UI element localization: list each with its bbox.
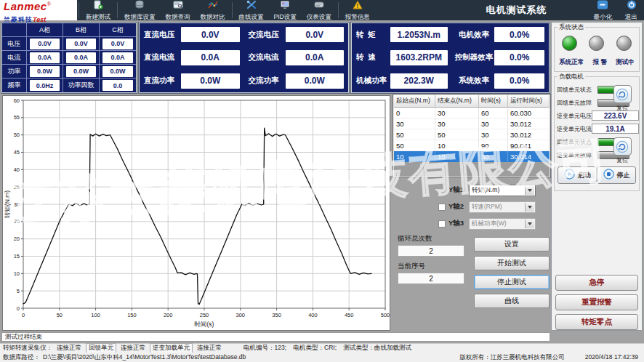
svg-text:450: 450: [345, 312, 354, 318]
current-index-label: 当前序号: [398, 262, 467, 271]
motor-info: 电机编号：123; 电机类型：CRI; 测试类型：曲线加载测试: [243, 344, 411, 353]
start-test-button[interactable]: 开始测试: [474, 256, 550, 270]
torque-label: 转 矩: [356, 30, 390, 40]
toolbar-button-label: 报警信息: [345, 13, 370, 22]
database-settings-button[interactable]: 数据库设置: [119, 0, 161, 20]
system-ok-label: 系统正常: [559, 58, 584, 67]
minimize-label: 最小化: [594, 13, 613, 22]
meter-settings-button[interactable]: 仪表设置: [302, 0, 337, 20]
testing-label: 测试中: [616, 58, 635, 67]
refresh-icon: [613, 85, 632, 103]
cycle-total-field[interactable]: 2: [398, 245, 464, 257]
phase-row-label: 功率: [2, 65, 27, 79]
exit-button[interactable]: 退出: [619, 0, 644, 20]
table-row[interactable]: 50109090.041: [394, 140, 550, 151]
svg-text:200: 200: [164, 312, 173, 318]
dc-current-value: 0.0A: [181, 50, 239, 65]
reset-button-1[interactable]: 复位: [608, 85, 636, 112]
minimize-button[interactable]: 最小化: [587, 0, 619, 20]
reset-alarm-button[interactable]: 重置报警: [555, 294, 638, 310]
data-query-button[interactable]: 数据查询: [161, 0, 196, 20]
torque-measure-panel: 转 矩 1.2053N.m 电机效率 0.0% 转 速 1603.2RPM 控制…: [351, 23, 550, 93]
phase-power-c: 0.0W: [102, 66, 133, 77]
svg-text:350: 350: [272, 312, 281, 318]
toolbar-button-label: 新建测试: [86, 13, 110, 22]
toolbar-separator: [117, 2, 118, 18]
speed-value: 1603.2RPM: [390, 50, 447, 65]
system-efficiency-label: 系统效率: [454, 76, 495, 86]
new-test-button[interactable]: 新建测试: [81, 0, 116, 20]
toolbar-separator: [338, 2, 339, 18]
current-index-field[interactable]: 2: [398, 273, 464, 284]
start-motor-label: 启动: [578, 171, 591, 180]
phase-voltage-b: 0.0V: [66, 39, 96, 49]
y1-axis-dropdown[interactable]: 转矩(N.m): [469, 185, 536, 196]
phase-current-c: 0.0A: [102, 52, 133, 63]
exit-label: 退出: [625, 13, 637, 22]
ac-voltage-value: 0.0V: [286, 27, 344, 42]
reset-button-2[interactable]: 复位: [608, 137, 636, 164]
inverter-voltage-value: 223.6V: [592, 110, 639, 121]
feedback-fault-label: 回馈单元故障: [557, 99, 597, 107]
reset-label: 复位: [608, 104, 636, 112]
svg-text:40: 40: [14, 166, 20, 173]
stop-motor-button[interactable]: 停止: [597, 166, 636, 184]
motor-efficiency-value: 0.0%: [494, 27, 544, 42]
pid-settings-button[interactable]: PID设置: [269, 0, 302, 20]
table-row[interactable]: 30303030.012: [394, 118, 550, 129]
dc-ac-measure-panel: 直流电压 0.0V 交流电压 0.0V 直流电流 0.0A 交流电流 0.0A …: [139, 23, 349, 93]
brand-en-text: Test: [33, 16, 46, 23]
lanmec-logo: Lanmec® 兰菱科技Test: [0, 0, 77, 20]
toolbar-button-label: PID设置: [274, 13, 297, 22]
frequency-value: 0.0Hz: [30, 80, 60, 91]
new-test-icon: [93, 0, 103, 12]
emergency-stop-button[interactable]: 急停: [555, 275, 638, 291]
svg-text:400: 400: [308, 312, 318, 318]
svg-text:50: 50: [14, 132, 20, 138]
phase-col-header: A相: [27, 23, 63, 37]
phase-current-a: 0.0A: [30, 52, 60, 63]
alarm-info-button[interactable]: 报警信息: [340, 0, 375, 20]
db-path-label: 数据库路径：: [3, 353, 40, 362]
svg-text:30: 30: [14, 201, 20, 208]
table-row-selected[interactable]: 10103030.014: [394, 151, 550, 162]
y2-axis-checkbox[interactable]: [438, 204, 446, 211]
table-row[interactable]: 0306060.030: [394, 108, 550, 118]
system-status-group: 系统状态 系统正常 报 警 测试中: [554, 27, 640, 72]
refresh-icon: [613, 137, 632, 156]
chevron-down-icon: [525, 220, 534, 228]
phase-voltage-c: 0.0V: [102, 39, 133, 49]
start-motor-button[interactable]: 启动: [558, 166, 597, 184]
power-factor-label: 功率因数: [63, 79, 100, 92]
phase-col-header: B相: [63, 23, 100, 37]
svg-text:55: 55: [14, 114, 20, 121]
curve-button[interactable]: 曲线: [474, 294, 550, 308]
ac-power-label: 交流功率: [249, 76, 286, 86]
feedback-status2-label: 回馈单元状态: [557, 138, 597, 146]
curve-settings-icon: [246, 0, 257, 12]
dc-power-value: 0.0W: [181, 73, 239, 89]
feedback-status-label: 回馈单元状态: [557, 86, 597, 94]
chart-plot-area: 0510152025303540455055600501001502002503…: [3, 96, 390, 333]
y3-axis-checkbox[interactable]: [438, 220, 446, 228]
speed-label: 转 速: [356, 52, 390, 63]
data-compare-button[interactable]: 数据对比: [196, 0, 230, 20]
meter-settings-icon: [314, 0, 324, 12]
dc-voltage-value: 0.0V: [181, 27, 239, 42]
toolbar-button-label: 数据对比: [201, 13, 225, 22]
torque-zero-button[interactable]: 转矩零点: [555, 314, 638, 330]
phase-power-b: 0.0W: [66, 66, 96, 77]
y2-axis-dropdown[interactable]: 转速(RPM): [469, 201, 536, 213]
svg-text:60: 60: [14, 97, 20, 104]
cycle-total-label: 循环总次数: [398, 234, 467, 244]
curve-settings-button[interactable]: 曲线设置: [234, 0, 269, 20]
alarm-label: 报 警: [593, 58, 607, 67]
power-factor-value: 0.0: [102, 80, 133, 91]
toolbar-separator: [79, 2, 79, 18]
y3-axis-dropdown[interactable]: 机械功率(W): [469, 218, 536, 230]
stop-test-button[interactable]: 停止测试: [474, 275, 550, 289]
alarm-info-icon: [353, 0, 363, 12]
setup-button[interactable]: 设置: [474, 237, 550, 252]
table-row[interactable]: 50503030.012: [394, 129, 550, 140]
toolbar-button-label: 数据库设置: [124, 13, 156, 22]
